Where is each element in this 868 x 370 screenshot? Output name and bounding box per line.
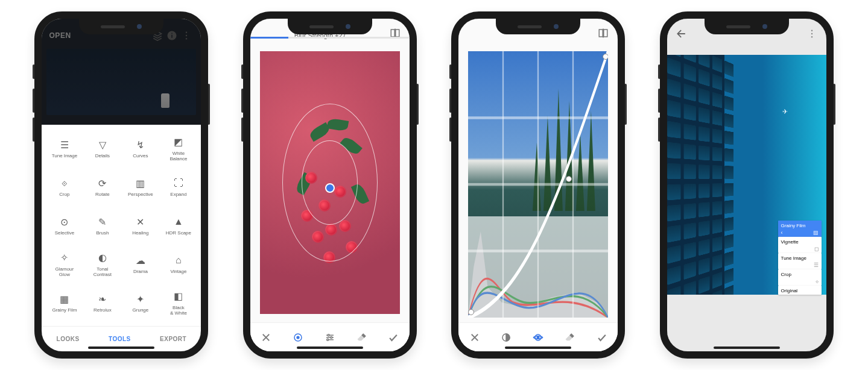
tool-expand[interactable]: ⛶Expand — [159, 168, 197, 207]
tool-hdr-scape[interactable]: ▲HDR Scape — [159, 207, 197, 245]
home-indicator[interactable] — [505, 346, 571, 349]
tool-grainy-film[interactable]: ▦Grainy Film — [45, 284, 83, 322]
tool-label: Vintage — [170, 269, 186, 274]
tool-icon: ✕ — [136, 216, 144, 227]
tool-details[interactable]: ▽Details — [83, 130, 121, 168]
more-icon[interactable] — [805, 27, 819, 41]
tool-curves[interactable]: ↯Curves — [121, 130, 159, 168]
tool-grunge[interactable]: ✦Grunge — [121, 284, 159, 322]
tool-label: Rotate — [95, 192, 110, 197]
tool-healing[interactable]: ✕Healing — [121, 207, 159, 245]
channel-rgb-icon[interactable] — [531, 330, 545, 345]
tool-label: Retrolux — [93, 307, 112, 313]
tool-icon: ✧ — [60, 252, 68, 263]
adjust-icon[interactable] — [323, 330, 337, 345]
svg-rect-7 — [396, 30, 399, 37]
eraser-icon[interactable] — [355, 330, 369, 345]
tool-icon: ✦ — [136, 293, 144, 304]
tool-vintage[interactable]: ⌂Vintage — [159, 245, 197, 284]
value-slider[interactable] — [250, 37, 410, 39]
tool-icon: ◐ — [98, 252, 107, 263]
tool-icon: ⛶ — [174, 178, 183, 189]
svg-rect-6 — [391, 30, 394, 37]
home-indicator[interactable] — [297, 346, 363, 349]
tool-brush[interactable]: ✎Brush — [83, 207, 121, 245]
tool-perspective[interactable]: ▥Perspective — [121, 168, 159, 207]
svg-point-25 — [537, 336, 539, 338]
tool-label: Grunge — [133, 307, 149, 313]
svg-point-13 — [327, 339, 329, 340]
crop-icon: ⟐ — [816, 278, 819, 284]
tool-selective[interactable]: ⊙Selective — [45, 207, 83, 245]
tool-icon: ▽ — [99, 139, 106, 150]
edit-canvas[interactable] — [260, 51, 400, 314]
tool-label: GlamourGlow — [55, 266, 74, 277]
tool-label: Grainy Film — [52, 307, 77, 313]
tool-drama[interactable]: ☁Drama — [121, 245, 159, 284]
svg-rect-15 — [604, 30, 607, 37]
svg-point-27 — [811, 33, 812, 34]
blur-shape-icon[interactable] — [291, 330, 305, 345]
home-indicator[interactable] — [714, 346, 780, 349]
device-notch — [79, 19, 163, 34]
tool-label: Tune Image — [52, 153, 77, 158]
stack-label: Crop — [781, 272, 791, 277]
phone-tools-panel: OPEN ☰Tune Image▽Details↯Curves◩WhiteBal… — [34, 11, 208, 359]
tool-label: Black& White — [170, 305, 187, 316]
stack-item[interactable]: Tune Image ☰ — [778, 253, 822, 269]
photo-icon[interactable]: ▧ — [813, 230, 819, 236]
curve-node[interactable] — [603, 54, 609, 60]
tool-tonal-contrast[interactable]: ◐TonalContrast — [83, 245, 121, 284]
tool-retrolux[interactable]: ❧Retrolux — [83, 284, 121, 322]
cancel-icon[interactable] — [259, 330, 273, 345]
tool-icon: ◩ — [174, 137, 183, 148]
channel-luminance-icon[interactable] — [499, 330, 513, 345]
curve-node[interactable] — [468, 309, 474, 315]
stack-label: Vignette — [781, 239, 799, 245]
tool-black-white[interactable]: ◧Black& White — [159, 284, 197, 322]
tool-icon: ◧ — [174, 291, 183, 302]
tool-label: Curves — [133, 153, 148, 158]
tool-label: WhiteBalance — [169, 151, 187, 161]
home-indicator[interactable] — [88, 346, 154, 349]
curve-node[interactable] — [566, 176, 572, 182]
stack-item-active[interactable]: Grainy Film ‹▧ — [778, 221, 822, 237]
phone-blur-edit: Blur Strength +27 — [243, 11, 417, 359]
tool-label: TonalContrast — [93, 266, 112, 277]
eraser-icon[interactable] — [563, 330, 577, 345]
cancel-icon[interactable] — [467, 330, 482, 345]
apply-icon[interactable] — [595, 330, 609, 345]
curves-canvas[interactable] — [468, 51, 608, 318]
stack-item[interactable]: Original — [778, 286, 822, 295]
compare-icon[interactable] — [596, 26, 610, 40]
tool-crop[interactable]: ⟐Crop — [45, 168, 83, 207]
svg-point-11 — [328, 334, 329, 336]
stack-label: Tune Image — [781, 256, 806, 261]
back-icon[interactable] — [674, 27, 689, 41]
apply-icon[interactable] — [386, 330, 401, 345]
tool-rotate[interactable]: ⟳Rotate — [83, 168, 121, 207]
tool-label: Crop — [59, 192, 69, 197]
tool-white-balance[interactable]: ◩WhiteBalance — [159, 130, 197, 168]
tool-icon: ⌂ — [176, 255, 182, 266]
tool-icon: ⟐ — [62, 178, 68, 189]
svg-point-26 — [811, 30, 812, 31]
tool-icon: ⟳ — [98, 178, 106, 189]
svg-rect-14 — [599, 30, 603, 37]
tool-label: Brush — [96, 230, 109, 236]
tab-export[interactable]: EXPORT — [160, 336, 186, 342]
edit-history-stack: Grainy Film ‹▧ Vignette ◻ Tune Image ☰ C… — [778, 221, 822, 295]
chevron-left-icon[interactable]: ‹ — [781, 230, 783, 236]
tab-tools[interactable]: TOOLS — [109, 336, 131, 342]
stack-item[interactable]: Vignette ◻ — [778, 237, 822, 253]
tool-glamour-glow[interactable]: ✧GlamourGlow — [45, 245, 83, 284]
tool-label: Perspective — [128, 192, 153, 197]
tool-icon: ▲ — [174, 216, 183, 227]
stack-label: Grainy Film — [781, 223, 806, 228]
tool-icon: ☰ — [60, 139, 69, 150]
tab-looks[interactable]: LOOKS — [57, 336, 80, 342]
tool-tune-image[interactable]: ☰Tune Image — [45, 130, 83, 168]
tune-icon: ☰ — [814, 262, 819, 268]
device-notch — [288, 19, 372, 34]
stack-item[interactable]: Crop ⟐ — [778, 269, 822, 286]
